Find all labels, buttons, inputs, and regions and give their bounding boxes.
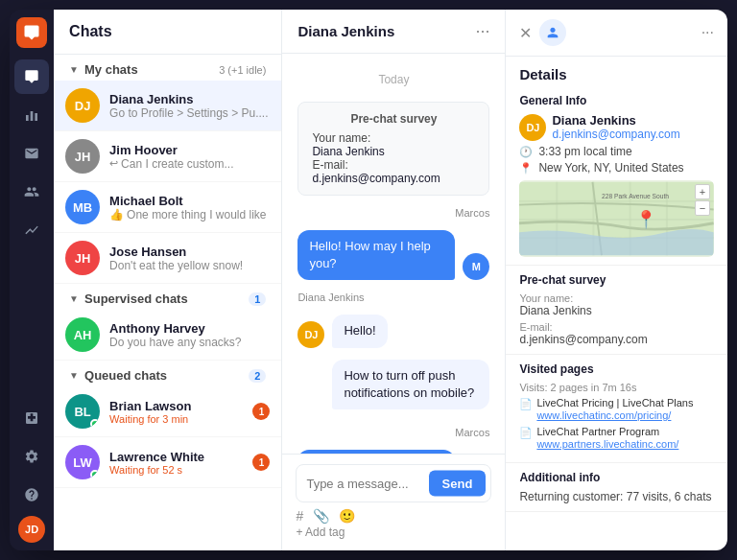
additional-info-section: Additional info Returning customer: 77 v… xyxy=(506,463,727,512)
chat-item-diana-jenkins[interactable]: DJ Diana Jenkins Go to Profile > Setting… xyxy=(54,81,281,131)
map-zoom-controls: + − xyxy=(695,184,710,216)
chat-header-menu[interactable]: ··· xyxy=(475,21,489,41)
my-chats-section-header[interactable]: ▼ My chats 3 (+1 idle) xyxy=(54,55,281,81)
emoji-icon[interactable]: 🙂 xyxy=(339,508,355,524)
nav-item-add-widget[interactable] xyxy=(14,401,49,435)
right-panel-header: ✕ ··· xyxy=(506,10,727,57)
msg-sender-marcos-2: Marcos xyxy=(455,427,489,438)
svg-rect-2 xyxy=(35,113,37,121)
page-icon-1: 📄 xyxy=(519,398,533,410)
chat-info-diana-jenkins: Diana Jenkins Go to Profile > Settings >… xyxy=(109,92,270,120)
nav-item-contacts[interactable] xyxy=(14,136,49,171)
supervised-chats-count: 1 xyxy=(249,292,266,306)
chat-name: Lawrence White xyxy=(109,450,243,464)
chat-toolbar: # 📎 🙂 xyxy=(296,502,491,524)
queued-chats-count: 2 xyxy=(249,369,266,383)
details-menu[interactable]: ··· xyxy=(701,24,714,41)
queued-chats-title: Queued chats xyxy=(84,368,245,383)
chat-item-jim-hoover[interactable]: JH Jim Hoover ↩ Can I create custom... xyxy=(54,131,281,182)
nav-item-team[interactable] xyxy=(14,175,49,209)
page-url-1[interactable]: www.livechatinc.com/pricing/ xyxy=(536,409,671,421)
survey-name-val: Diana Jenkins xyxy=(519,304,714,317)
zoom-out-button[interactable]: − xyxy=(695,200,710,216)
chat-header-name: Diana Jenkins xyxy=(297,23,394,39)
left-navigation: JD xyxy=(10,10,54,550)
chat-list-panel: Chats ▼ My chats 3 (+1 idle) DJ Diana Je… xyxy=(54,10,282,550)
page-label-1: LiveChat Pricing | LiveChat Plans xyxy=(536,397,693,408)
chat-list-header: Chats xyxy=(54,10,281,55)
pre-chat-survey-title: Pre-chat survey xyxy=(519,273,714,287)
profile-icon[interactable] xyxy=(539,19,566,46)
contact-info-row: DJ Diana Jenkins d.jenkins@company.com xyxy=(519,113,714,141)
date-divider: Today xyxy=(297,73,489,86)
close-icon[interactable]: ✕ xyxy=(519,24,532,42)
page-url-2[interactable]: www.partners.livechatinc.com/ xyxy=(536,438,678,450)
send-button[interactable]: Send xyxy=(429,471,487,497)
chat-item-jose-hansen[interactable]: JH Jose Hansen Don't eat the yellow snow… xyxy=(54,233,281,284)
online-indicator xyxy=(90,419,100,429)
survey-email-info: E-mail: d.jenkins@company.com xyxy=(519,321,714,346)
chat-name: Anthony Harvey xyxy=(109,321,270,336)
chat-preview: Do you have any snacks? xyxy=(109,336,270,349)
visits-summary: Visits: 2 pages in 7m 16s xyxy=(519,382,714,393)
survey-title: Pre-chat survey xyxy=(312,112,475,126)
thumbs-icon: 👍 xyxy=(109,208,124,222)
chat-item-brian-lawson[interactable]: BL Brian Lawson Waiting for 3 min 1 xyxy=(54,386,281,437)
add-tag-button[interactable]: + Add tag xyxy=(296,524,491,541)
chat-item-michael-bolt[interactable]: MB Michael Bolt 👍 One more thing I would… xyxy=(54,182,281,233)
chat-name: Jim Hoover xyxy=(109,143,270,157)
chat-preview: Waiting for 52 s xyxy=(109,464,243,476)
msg-row-visitor-hello: DJ Hello! xyxy=(297,315,489,347)
survey-email-label: E-mail: xyxy=(312,158,475,172)
location-text: New York, NY, United States xyxy=(538,161,683,175)
chat-name: Brian Lawson xyxy=(109,399,243,413)
avatar-jose-hansen: JH xyxy=(65,241,100,275)
chat-preview: Go to Profile > Settings > Pu.... xyxy=(109,106,270,120)
msg-sender-marcos-1: Marcos xyxy=(455,207,489,219)
user-avatar[interactable]: JD xyxy=(18,516,45,543)
nav-item-chat[interactable] xyxy=(14,59,49,94)
chat-name: Jose Hansen xyxy=(109,245,270,259)
chat-messages: Today Pre-chat survey Your name: Diana J… xyxy=(282,54,505,454)
local-time-row: 🕐 3:33 pm local time xyxy=(519,145,714,158)
contact-avatar: DJ xyxy=(519,114,546,141)
nav-item-analytics[interactable] xyxy=(14,213,49,247)
survey-email-val: d.jenkins@company.com xyxy=(519,333,714,346)
app-logo xyxy=(16,17,47,48)
svg-rect-1 xyxy=(31,111,34,121)
page-link-1: 📄 LiveChat Pricing | LiveChat Plans www.… xyxy=(519,397,714,422)
hash-icon[interactable]: # xyxy=(296,508,303,524)
attachment-icon[interactable]: 📎 xyxy=(313,508,329,524)
survey-email-value: d.jenkins@company.com xyxy=(312,172,475,185)
svg-rect-0 xyxy=(26,115,29,121)
chat-input-area: Send # 📎 🙂 + Add tag xyxy=(282,454,505,550)
local-time-text: 3:33 pm local time xyxy=(538,145,631,158)
nav-bottom-section: JD xyxy=(14,401,49,543)
chat-item-anthony-harvey[interactable]: AH Anthony Harvey Do you have any snacks… xyxy=(54,310,281,361)
chat-item-lawrence-white[interactable]: LW Lawrence White Waiting for 52 s 1 xyxy=(54,437,281,488)
zoom-in-button[interactable]: + xyxy=(695,184,710,199)
alert-badge: 1 xyxy=(252,454,270,471)
location-row: 📍 New York, NY, United States xyxy=(519,161,714,175)
pre-chat-survey-section: Pre-chat survey Your name: Diana Jenkins… xyxy=(506,266,727,355)
visited-pages-content: Visits: 2 pages in 7m 16s 📄 LiveChat Pri… xyxy=(519,382,714,451)
chat-preview: ↩ Can I create custom... xyxy=(109,157,270,171)
nav-item-reports[interactable] xyxy=(14,98,49,132)
location-icon: 📍 xyxy=(519,162,533,175)
my-chats-chevron: ▼ xyxy=(69,64,79,75)
chat-input-row: Send xyxy=(296,464,491,502)
msg-row-agent-1: Hello! How may I help you? M xyxy=(297,230,489,280)
online-indicator xyxy=(90,470,100,479)
survey-name-info: Your name: Diana Jenkins xyxy=(519,292,714,317)
alert-badge: 1 xyxy=(252,403,270,420)
queued-chats-section-header[interactable]: ▼ Queued chats 2 xyxy=(54,361,281,386)
contact-name: Diana Jenkins xyxy=(552,113,679,128)
nav-item-settings[interactable] xyxy=(14,439,49,474)
reply-icon: ↩ xyxy=(109,157,118,170)
details-title: Details xyxy=(506,57,727,86)
map-preview: 228 Park Avenue South 📍 + − xyxy=(519,180,714,257)
nav-item-help[interactable] xyxy=(14,478,49,512)
chat-info-lawrence-white: Lawrence White Waiting for 52 s xyxy=(109,450,243,476)
chat-preview: Don't eat the yellow snow! xyxy=(109,259,270,272)
supervised-chats-section-header[interactable]: ▼ Supervised chats 1 xyxy=(54,284,281,310)
